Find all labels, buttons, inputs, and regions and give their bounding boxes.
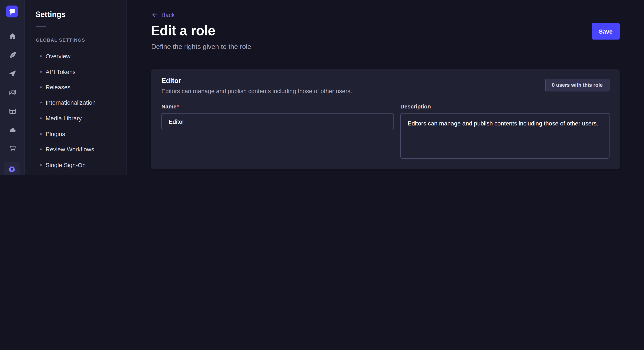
- arrow-left-icon: [151, 11, 158, 18]
- role-description-textarea[interactable]: Editors can manage and publish contents …: [400, 113, 610, 159]
- page-subtitle: Define the rights given to the role: [151, 43, 251, 51]
- name-field-group: Name*: [162, 103, 394, 130]
- sidebar-item-overview[interactable]: Overview: [40, 51, 122, 61]
- sidebar-item-plugins[interactable]: Plugins: [40, 129, 122, 139]
- cart-icon[interactable]: [7, 143, 18, 154]
- bullet-icon: [40, 55, 42, 57]
- back-link[interactable]: Back: [151, 11, 175, 18]
- layout-icon[interactable]: [7, 106, 18, 116]
- sidebar-item-media-library[interactable]: Media Library: [40, 114, 122, 123]
- sidebar-item-internationalization[interactable]: Internationalization: [40, 98, 122, 107]
- page-title: Edit a role: [151, 23, 215, 39]
- subnav-title: Settings: [35, 10, 66, 19]
- strapi-admin: KD Settings GLOBAL SETTINGS Overview API…: [0, 0, 644, 175]
- main-content: Back Edit a role Define the rights given…: [126, 0, 644, 175]
- divider: [0, 24, 24, 24]
- title-divider: [36, 26, 46, 27]
- strapi-logo[interactable]: [6, 5, 18, 17]
- pen-icon[interactable]: [7, 50, 18, 60]
- name-label: Name*: [162, 103, 394, 110]
- bullet-icon: [40, 86, 42, 88]
- save-button[interactable]: Save: [592, 23, 620, 39]
- role-subtitle: Editors can manage and publish contents …: [162, 88, 352, 94]
- home-icon[interactable]: [7, 31, 18, 41]
- role-name-input[interactable]: [162, 113, 394, 130]
- sidebar-item-releases[interactable]: Releases: [40, 82, 122, 92]
- bullet-icon: [40, 164, 42, 166]
- gear-icon[interactable]: [4, 162, 20, 175]
- role-title: Editor: [162, 77, 181, 85]
- section-label-global-settings: GLOBAL SETTINGS: [36, 37, 85, 42]
- sidebar-item-api-tokens[interactable]: API Tokens: [40, 67, 122, 77]
- role-details-card: Editor Editors can manage and publish co…: [151, 69, 620, 169]
- bullet-icon: [40, 149, 42, 150]
- media-icon[interactable]: [7, 87, 18, 97]
- required-mark: *: [177, 103, 179, 110]
- main-nav-rail: KD: [0, 0, 24, 175]
- bullet-icon: [40, 117, 42, 119]
- bullet-icon: [40, 133, 42, 135]
- settings-subnav: Settings GLOBAL SETTINGS Overview API To…: [24, 0, 126, 175]
- cloud-icon[interactable]: [7, 125, 18, 135]
- description-label: Description: [400, 103, 610, 110]
- description-field-group: Description Editors can manage and publi…: [400, 103, 610, 160]
- sidebar-item-single-sign-on[interactable]: Single Sign-On: [40, 160, 122, 170]
- bullet-icon: [40, 71, 42, 73]
- sidebar-item-review-workflows[interactable]: Review Workflows: [40, 145, 122, 154]
- paper-plane-icon[interactable]: [7, 68, 18, 79]
- users-with-role-badge[interactable]: 0 users with this role: [545, 79, 610, 91]
- bullet-icon: [40, 102, 42, 103]
